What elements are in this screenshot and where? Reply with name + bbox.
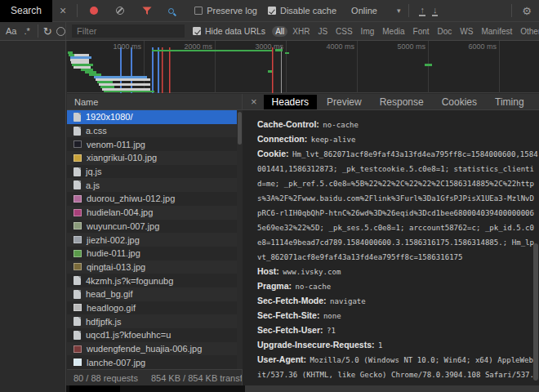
image-thumbnail-icon [74,222,82,229]
request-row[interactable]: venom-011.jpg [67,137,237,151]
ruler-label: 4000 ms [307,42,354,51]
request-name: 4kzmh.js?k=fogunubg [86,276,173,286]
filter-input[interactable] [72,24,185,38]
tab-preview[interactable]: Preview [318,95,370,109]
disable-cache-group[interactable]: Disable cache [268,6,336,16]
filter-pill-media[interactable]: Media [379,26,408,37]
background-window-fragment [69,385,120,392]
name-column-header[interactable]: Name [67,94,243,110]
close-search-icon[interactable]: × [52,5,74,16]
preserve-log-checkbox[interactable] [194,7,203,15]
filter-icon[interactable] [142,7,152,16]
tab-headers[interactable]: Headers [264,95,317,109]
header-line: Cache-Control: no-cache [257,116,539,131]
search-results-pane [0,41,66,392]
request-row[interactable]: jq.js [67,165,237,179]
throttling-select[interactable]: Online ▾ [351,6,400,16]
request-row[interactable]: headlogo.gif [67,301,237,315]
scrollbar-thumb[interactable] [238,112,242,145]
request-name: venom-011.jpg [87,140,145,149]
bottom-strip [66,385,539,392]
request-row[interactable]: wudengfende_huajia-006.jpg [67,342,237,356]
details-tabs: × HeadersPreviewResponseCookiesTiming [243,94,539,110]
request-row[interactable]: qingtai-013.jpg [67,261,237,274]
match-case-button[interactable]: Aa [6,26,16,36]
request-row[interactable]: xiangrikui-010.jpg [67,151,237,165]
image-thumbnail-icon [74,345,82,353]
transferred-size: 854 KB / 854 KB transferred [145,373,243,383]
request-row[interactable]: lanche-007.jpg [67,355,237,369]
ruler-label: 2000 ms [165,42,212,51]
request-row[interactable]: jiezhi-002.jpg [67,233,237,247]
disable-cache-checkbox[interactable] [268,7,276,15]
hide-data-urls-checkbox[interactable] [193,27,201,35]
gear-icon[interactable]: ⚙ [522,5,532,17]
tab-response[interactable]: Response [372,95,432,109]
disable-cache-label: Disable cache [280,6,336,16]
filter-pills: AllXHRJSCSSImgMediaFontDocWSManifestOthe… [270,26,539,37]
hide-data-urls-group[interactable]: Hide data URLs [193,26,265,36]
tab-cookies[interactable]: Cookies [434,95,485,109]
filter-pill-css[interactable]: CSS [332,26,356,37]
import-har-icon[interactable]: ↑ [419,6,425,16]
header-line-continuation: e8=1114e9bead7cd789.1584000600.3.1586316… [257,234,539,248]
request-name: headlogo.gif [87,303,136,313]
filter-toolbar: Aa .* ↻ Hide data URLs AllXHRJSCSSImgMed… [0,22,539,41]
search-tab-label: Search [11,5,42,16]
header-line: Sec-Fetch-Mode: navigate [257,292,539,307]
search-icon[interactable] [168,8,174,14]
filter-pill-other[interactable]: Other [517,26,539,37]
record-network-log-icon[interactable] [90,7,98,15]
header-line-continuation: s%3A%2F%2Fwww.baidu.com%2Flink%3Furl%3Da… [257,189,539,204]
filter-pill-manifest[interactable]: Manifest [478,26,515,37]
close-details-icon[interactable]: × [243,96,264,108]
regex-button[interactable]: .* [24,26,29,36]
refresh-icon[interactable]: ↻ [43,25,52,38]
filter-pill-xhr[interactable]: XHR [289,26,313,37]
request-row[interactable]: hudielan-004.jpg [67,206,237,220]
request-name: jiezhi-002.jpg [87,235,140,245]
header-line: Pragma: no-cache [257,278,539,292]
request-row[interactable]: uqcd1.js?kfoeuhhc=u [67,328,237,342]
request-row[interactable]: head_bg.gif [67,287,237,301]
tab-timing[interactable]: Timing [487,95,532,109]
search-drawer-tab[interactable]: Search [0,0,52,22]
request-list-scrollbar[interactable] [237,110,243,369]
request-row[interactable]: hudie-011.jpg [67,247,237,261]
filter-pill-img[interactable]: Img [358,26,378,37]
image-thumbnail-icon [74,140,82,148]
filter-pill-doc[interactable]: Doc [434,26,456,37]
request-row[interactable]: a.css [67,124,237,138]
request-list: 1920x1080/a.cssvenom-011.jpgxiangrikui-0… [67,110,237,369]
headers-content: xml;q=0.9,image/webp,image/apng,*/*;q=0.… [243,111,539,392]
chevron-down-icon: ▾ [397,7,401,15]
header-line-continuation: pRC6-rlIH0qbQhP-htnC%26wd%3D%26eqid%3Dcd… [257,204,539,219]
request-row[interactable]: 1920x1080/ [67,110,237,124]
preserve-log-label: Preserve log [207,6,257,16]
hide-data-urls-label: Hide data URLs [205,26,265,36]
file-icon [74,331,81,340]
header-line: User-Agent: Mozilla/5.0 (Windows NT 10.0… [257,351,539,366]
request-name: xiangrikui-010.jpg [87,153,157,163]
preserve-log-group[interactable]: Preserve log [194,6,257,16]
details-scrollbar-thumb[interactable] [533,243,538,381]
filter-pill-font[interactable]: Font [410,26,433,37]
request-row[interactable]: duorou_zhiwu-012.jpg [67,192,237,206]
filter-pill-ws[interactable]: WS [457,26,476,37]
throttling-value: Online [351,6,377,16]
request-name: a.css [86,126,107,136]
filter-pill-js[interactable]: JS [314,26,331,37]
devtools-window: Search × Preserve log Disable cache Onli… [0,0,539,392]
request-row[interactable]: 4kzmh.js?k=fogunubg [67,274,237,287]
export-har-icon[interactable]: ↓ [432,6,439,16]
request-row[interactable]: wuyuncun-007.jpg [67,220,237,234]
network-overview[interactable]: 1000 ms2000 ms3000 ms4000 ms5000 ms6000 … [67,41,539,93]
filter-pill-all[interactable]: All [272,26,287,37]
name-header-label: Name [74,97,98,107]
request-row[interactable]: a.js [67,178,237,192]
request-row[interactable]: hdfjpfk.js [67,314,237,328]
file-icon [74,276,81,285]
clear-network-log-icon[interactable] [116,7,124,15]
image-thumbnail-icon [74,304,82,311]
clear-search-icon[interactable] [56,27,65,36]
